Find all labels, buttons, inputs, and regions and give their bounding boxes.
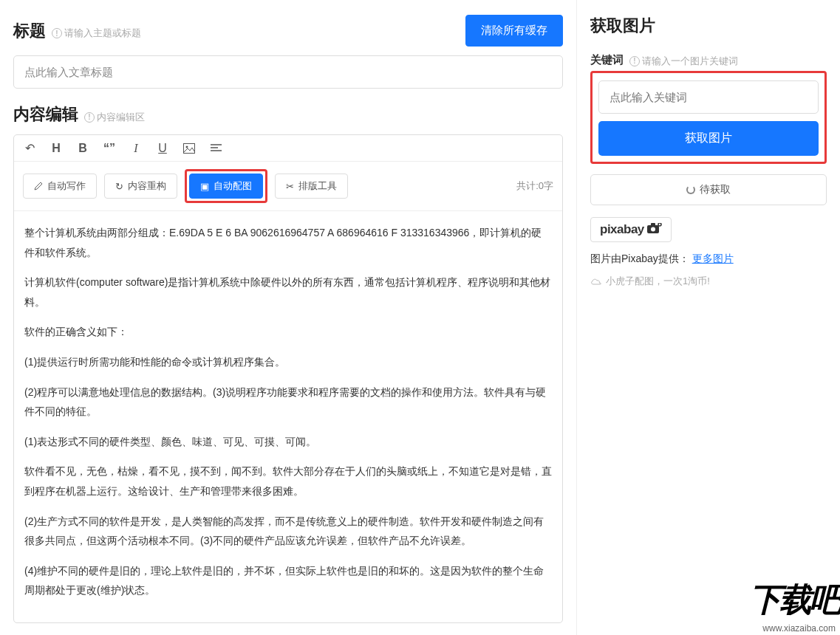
heading-icon[interactable]: H [49, 142, 63, 155]
highlight-auto-image: ▣ 自动配图 [185, 169, 267, 203]
info-icon: ! [52, 28, 62, 38]
footer-note: 小虎子配图，一次1淘币! [590, 275, 827, 288]
image-small-icon: ▣ [200, 181, 209, 192]
image-icon[interactable] [182, 143, 196, 154]
title-section-header: 标题 ! 请输入主题或标题 清除所有缓存 [13, 15, 563, 47]
highlight-keyword-box: 获取图片 [590, 71, 827, 164]
clear-cache-button[interactable]: 清除所有缓存 [465, 15, 563, 47]
main-column: 标题 ! 请输入主题或标题 清除所有缓存 内容编辑 ! 内容编辑区 ↶ H [0, 0, 577, 635]
fetch-image-button[interactable]: 获取图片 [598, 121, 819, 156]
fetch-image-title: 获取图片 [590, 15, 827, 37]
sidebar: 获取图片 关键词 ! 请输入一个图片关键词 获取图片 待获取 pixabay 图… [577, 0, 840, 635]
tool-icon: ✂ [286, 181, 294, 192]
content-paragraph: 计算机软件(computer software)是指计算机系统中除硬件以外的所有… [24, 272, 552, 312]
more-images-link[interactable]: 更多图片 [692, 253, 734, 264]
editor-box: ↶ H B “” I U 自动写作 ↻ [13, 134, 563, 623]
content-paragraph: (4)维护不同的硬件是旧的，理论上软件是旧的，并不坏，但实际上软件也是旧的和坏的… [24, 561, 552, 600]
underline-icon[interactable]: U [156, 142, 169, 155]
content-paragraph: 软件看不见，无色，枯燥，看不见，摸不到，闻不到。软件大部分存在于人们的头脑或纸上… [24, 461, 552, 501]
article-title-input[interactable] [13, 55, 563, 89]
content-paragraph: (1)提供运行时所需功能和性能的命令或计算机程序集合。 [24, 352, 552, 372]
auto-write-button[interactable]: 自动写作 [23, 174, 97, 199]
svg-point-7 [651, 227, 655, 232]
camera-icon [647, 223, 662, 236]
italic-icon[interactable]: I [129, 142, 143, 155]
cloud-icon [590, 278, 602, 285]
image-credit: 图片由Pixabay提供： 更多图片 [590, 253, 827, 266]
layout-tool-button[interactable]: ✂ 排版工具 [275, 174, 348, 199]
pixabay-logo: pixabay [590, 217, 672, 242]
content-paragraph: (2)程序可以满意地处理信息的数据结构。(3)说明程序功能要求和程序需要的文档的… [24, 382, 552, 422]
action-toolbar: 自动写作 ↻ 内容重构 ▣ 自动配图 ✂ 排版工具 共计:0字 [14, 162, 562, 211]
word-count: 共计:0字 [516, 179, 553, 193]
content-editor[interactable]: 整个计算机系统由两部分组成：E.69DA 5 E 6 BA 9062616964… [14, 211, 562, 622]
formatting-toolbar: ↶ H B “” I U [14, 135, 562, 162]
content-paragraph: 整个计算机系统由两部分组成：E.69DA 5 E 6 BA 9062616964… [24, 223, 552, 262]
info-icon: ! [84, 112, 95, 123]
svg-point-1 [186, 145, 188, 148]
bold-icon[interactable]: B [76, 142, 89, 155]
auto-image-button[interactable]: ▣ 自动配图 [189, 174, 263, 199]
title-hint: ! 请输入主题或标题 [52, 27, 141, 40]
align-left-icon[interactable] [209, 144, 222, 153]
svg-rect-0 [184, 143, 195, 153]
pencil-icon [34, 182, 43, 190]
info-icon: ! [629, 56, 640, 66]
content-paragraph: (1)表达形式不同的硬件类型、颜色、味道、可见、可摸、可闻。 [24, 432, 552, 452]
refresh-icon: ↻ [115, 181, 123, 192]
restructure-button[interactable]: ↻ 内容重构 [104, 174, 177, 199]
svg-point-8 [658, 223, 661, 226]
content-paragraph: 软件的正确含义如下： [24, 322, 552, 342]
quote-icon[interactable]: “” [103, 142, 116, 155]
keyword-label: 关键词 [590, 53, 624, 67]
content-paragraph: (2)生产方式不同的软件是开发，是人类智能的高发挥，而不是传统意义上的硬件制造。… [24, 512, 552, 551]
keyword-hint: ! 请输入一个图片关键词 [629, 55, 738, 68]
content-hint: ! 内容编辑区 [84, 111, 145, 124]
title-label: 标题 [13, 20, 46, 42]
content-section-header: 内容编辑 ! 内容编辑区 [13, 103, 563, 126]
keyword-input[interactable] [598, 80, 819, 114]
content-edit-label: 内容编辑 [13, 103, 78, 126]
pending-button[interactable]: 待获取 [590, 174, 827, 205]
svg-rect-6 [651, 223, 655, 226]
spinner-icon [686, 185, 695, 194]
undo-icon[interactable]: ↶ [23, 141, 36, 155]
